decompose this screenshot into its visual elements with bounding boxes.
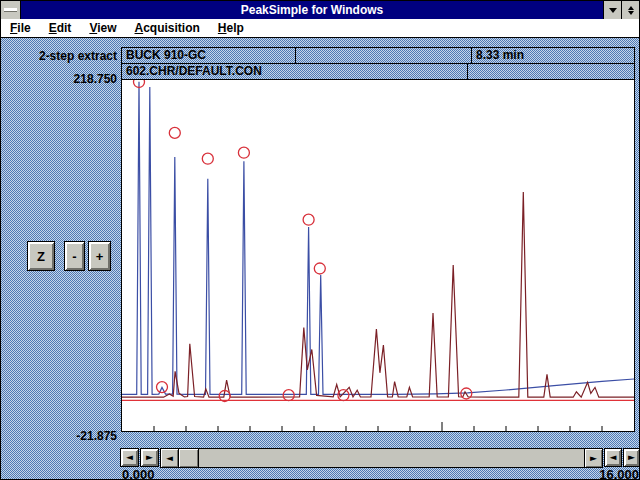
system-menu-button[interactable] [1,1,21,19]
instrument-cell[interactable]: BUCK 910-GC [122,48,296,63]
plot-area [122,80,634,431]
scrollbar-left-arrow[interactable]: ◄ [161,449,179,467]
menu-acquisition[interactable]: Acquisition [126,20,209,36]
right-arrow-icon: ► [590,454,597,463]
chromatogram-plot[interactable] [122,80,634,431]
scrollbar-track[interactable] [199,449,584,467]
filename-cell[interactable]: 602.CHR/DEFAULT.CON [122,64,468,79]
header-empty-cell[interactable] [296,48,472,63]
pan-left-button[interactable]: ◄ [604,448,622,467]
scrollbar-thumb[interactable] [179,449,199,467]
chart-header-row-2: 602.CHR/DEFAULT.CON [122,64,634,80]
restore-button[interactable] [621,1,639,19]
minimize-icon [609,8,617,17]
menu-help[interactable]: Help [209,20,253,36]
left-arrow-icon: ◄ [126,453,133,462]
menu-view[interactable]: View [80,20,125,36]
minimize-button[interactable] [603,1,621,19]
window-title: PeakSimple for Windows [21,1,603,19]
pan-right-button[interactable]: ► [623,448,640,467]
retention-time-cell[interactable]: 8.33 min [472,48,634,63]
zoom-in-button[interactable]: + [88,241,111,271]
y-axis-max-label: 218.750 [11,72,117,86]
shift-left-button[interactable]: ◄ [120,448,139,467]
menu-edit[interactable]: Edit [40,20,81,36]
shift-right-button[interactable]: ► [140,448,159,467]
restore-up-icon [628,3,634,10]
chart-header-row-1: BUCK 910-GC 8.33 min [122,48,634,64]
right-arrow-icon: ► [628,453,635,462]
title-bar: PeakSimple for Windows [1,1,639,19]
y-axis-min-label: -21.875 [11,429,117,443]
menu-bar: File Edit View Acquisition Help [1,19,639,38]
scrollbar-right-arrow[interactable]: ► [584,449,602,467]
system-menu-dash-icon [4,8,17,12]
x-axis-min-label: 0.000 [122,467,155,480]
chromatogram-panel: BUCK 910-GC 8.33 min 602.CHR/DEFAULT.CON [121,47,635,432]
zoom-out-button[interactable]: - [64,241,85,271]
menu-file[interactable]: File [1,20,40,36]
horizontal-scrollbar: ◄ ► [160,448,603,468]
header-empty-cell-2[interactable] [468,64,634,79]
restore-down-icon [628,11,634,18]
sample-name-label: 2-step extract [11,49,117,63]
left-arrow-icon: ◄ [610,453,617,462]
left-arrow-icon: ◄ [166,454,173,463]
x-axis-max-label: 16.000 [559,467,639,480]
app-window: PeakSimple for Windows File Edit View Ac… [0,0,640,480]
right-arrow-icon: ► [146,453,153,462]
zoom-button[interactable]: Z [27,241,55,271]
